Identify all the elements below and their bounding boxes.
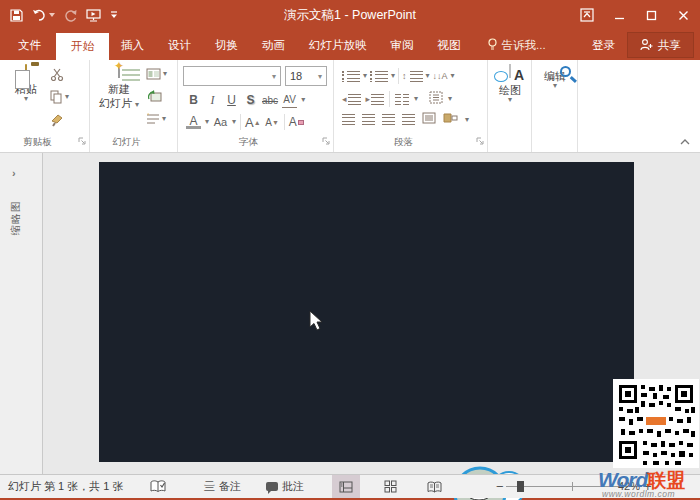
- thumbnails-pane-label: 缩略图: [9, 194, 23, 242]
- zoom-slider-midpoint: [572, 482, 573, 491]
- slide-sorter-view-button[interactable]: [376, 475, 404, 498]
- layout-button[interactable]: ▾: [146, 68, 167, 80]
- align-left-icon[interactable]: [342, 114, 355, 125]
- smartart-convert-icon[interactable]: [443, 112, 458, 127]
- section-caret-icon: ▾: [162, 116, 166, 122]
- tab-home[interactable]: 开始: [56, 33, 109, 60]
- character-spacing-caret-icon: ▾: [301, 97, 305, 103]
- italic-button[interactable]: I: [205, 92, 220, 108]
- copy-caret-icon: ▾: [65, 94, 69, 100]
- sign-in-button[interactable]: 登录: [582, 30, 625, 60]
- font-color-caret-icon: ▾: [205, 119, 209, 125]
- sparkle-icon: ✦: [114, 59, 124, 73]
- decrease-indent-icon[interactable]: ◂: [342, 94, 361, 105]
- collapse-ribbon-icon[interactable]: [680, 134, 690, 148]
- ribbon-display-options-icon[interactable]: [578, 6, 596, 24]
- tab-file[interactable]: 文件: [3, 30, 56, 60]
- group-font-label: 字体: [178, 136, 319, 149]
- font-size-caret-icon: ▾: [318, 72, 322, 81]
- group-slides-label: 幻灯片: [90, 136, 163, 149]
- group-drawing: A 绘图 ▾: [488, 60, 532, 152]
- section-button[interactable]: ▾: [146, 113, 166, 125]
- reading-view-button[interactable]: [420, 475, 448, 498]
- bold-button[interactable]: B: [186, 92, 201, 108]
- new-slide-icon: ✦: [118, 64, 120, 78]
- title-bar: 演示文稿1 - PowerPoint: [0, 0, 700, 30]
- normal-view-button[interactable]: [332, 475, 360, 498]
- paste-button[interactable]: 粘贴 ▾: [8, 64, 44, 102]
- reset-slide-button[interactable]: [148, 90, 162, 104]
- strikethrough-button[interactable]: abc: [262, 92, 278, 108]
- watermark-url: www.wordlm.com: [602, 489, 675, 499]
- text-direction-caret-icon: ▾: [451, 73, 455, 79]
- watermark-league: 联盟: [647, 470, 685, 491]
- tab-insert[interactable]: 插入: [109, 30, 156, 60]
- close-button[interactable]: [674, 6, 692, 24]
- share-person-icon: [640, 38, 653, 53]
- increase-indent-icon[interactable]: ▸: [366, 94, 385, 105]
- align-center-icon[interactable]: [362, 114, 375, 125]
- character-spacing-button[interactable]: AV: [282, 92, 297, 108]
- tab-view[interactable]: 视图: [426, 30, 473, 60]
- slide-canvas[interactable]: [99, 162, 634, 462]
- tab-review[interactable]: 审阅: [379, 30, 426, 60]
- new-slide-button[interactable]: ✦ 新建 幻灯片 ▾: [96, 64, 142, 110]
- paragraph-dialog-launcher-icon[interactable]: [476, 134, 484, 148]
- bullets-icon[interactable]: [347, 71, 360, 82]
- align-right-icon[interactable]: [382, 114, 395, 125]
- numbering-caret-icon: ▾: [391, 73, 395, 79]
- notes-icon: 亖: [204, 479, 215, 494]
- font-color-button[interactable]: A: [186, 116, 201, 129]
- minimize-button[interactable]: [610, 6, 628, 24]
- bullets-caret-icon: ▾: [363, 73, 367, 79]
- paste-icon: [25, 64, 27, 78]
- line-spacing-icon[interactable]: ↕: [402, 71, 407, 81]
- shrink-font-button[interactable]: A▼: [265, 114, 280, 130]
- change-case-button[interactable]: Aa: [213, 114, 228, 130]
- qr-code-watermark: [613, 379, 699, 468]
- status-bar: 幻灯片 第 1 张，共 1 张 亖 备注 批注 − + 42%: [0, 474, 700, 498]
- text-shadow-button[interactable]: S: [243, 92, 258, 108]
- columns-caret-icon: ▾: [414, 96, 418, 102]
- slide-counter[interactable]: 幻灯片 第 1 张，共 1 张: [8, 475, 124, 498]
- comments-toggle[interactable]: 批注: [266, 475, 304, 498]
- format-painter-button[interactable]: [50, 114, 64, 127]
- ribbon-tab-bar: 文件 开始 插入 设计 切换 动画 幻灯片放映 审阅 视图 告诉我... 登录 …: [0, 30, 700, 60]
- tab-transitions[interactable]: 切换: [203, 30, 250, 60]
- distribute-icon[interactable]: [422, 112, 436, 127]
- new-slide-label-1: 新建: [96, 82, 142, 96]
- align-text-icon[interactable]: [429, 91, 443, 107]
- share-label: 共享: [658, 38, 681, 53]
- grow-font-button[interactable]: A▲: [245, 114, 261, 130]
- spell-check-icon[interactable]: [150, 475, 166, 498]
- group-slides: ✦ 新建 幻灯片 ▾ ▾ ▾ 幻灯片: [90, 60, 178, 152]
- maximize-button[interactable]: [642, 6, 660, 24]
- expand-pane-chevron-icon[interactable]: ›: [12, 167, 16, 179]
- tell-me-box[interactable]: 告诉我...: [479, 30, 554, 60]
- thumbnails-pane-collapsed[interactable]: › 缩略图: [0, 153, 43, 474]
- clear-formatting-button[interactable]: A: [289, 114, 304, 130]
- font-dialog-launcher-icon[interactable]: [322, 134, 330, 148]
- font-name-combo[interactable]: ▾: [183, 66, 281, 86]
- zoom-slider-handle[interactable]: [517, 481, 524, 492]
- font-name-caret-icon: ▾: [272, 72, 276, 81]
- tab-slideshow[interactable]: 幻灯片放映: [297, 30, 379, 60]
- cut-button[interactable]: [50, 68, 64, 81]
- font-size-combo[interactable]: 18 ▾: [285, 66, 327, 86]
- underline-button[interactable]: U: [224, 92, 239, 108]
- share-button[interactable]: 共享: [627, 32, 694, 58]
- copy-button[interactable]: ▾: [50, 90, 69, 104]
- drawing-icon: A: [509, 64, 511, 78]
- text-direction-icon[interactable]: ↓↓A: [433, 71, 448, 81]
- tab-animations[interactable]: 动画: [250, 30, 297, 60]
- justify-icon[interactable]: [402, 114, 415, 125]
- tab-design[interactable]: 设计: [156, 30, 203, 60]
- numbering-icon[interactable]: [375, 71, 388, 82]
- clipboard-dialog-launcher-icon[interactable]: [78, 134, 86, 148]
- align-text-caret-icon: ▾: [448, 96, 452, 102]
- columns-icon[interactable]: [395, 94, 409, 105]
- zoom-out-icon[interactable]: −: [496, 479, 504, 494]
- notes-toggle[interactable]: 亖 备注: [204, 475, 241, 498]
- editing-button[interactable]: 编辑 ▾: [539, 64, 571, 89]
- drawing-button[interactable]: A 绘图 ▾: [494, 64, 526, 103]
